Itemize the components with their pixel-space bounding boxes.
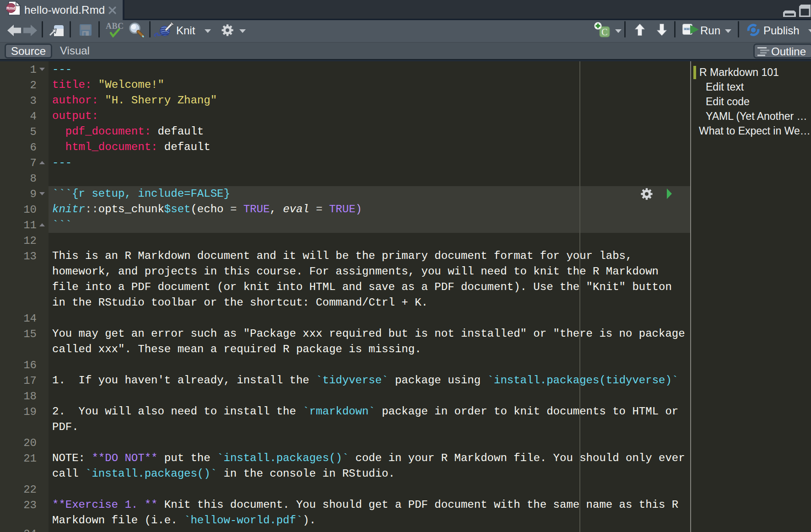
svg-text:C: C [601,27,607,37]
svg-text:Rmd: Rmd [6,6,16,11]
